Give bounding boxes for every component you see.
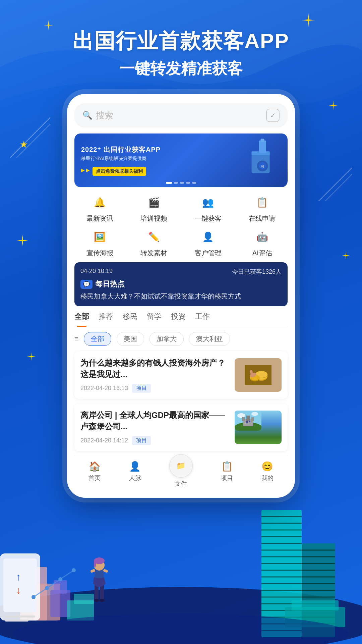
share-icon: ✏️	[145, 228, 163, 246]
hot-bar[interactable]: 04-20 10:19 今日已获客1326人 💬 每日热点 移民加拿大大难？不如…	[74, 262, 288, 306]
banner-subtitle: 移民行业AI系统解决方案提供商	[81, 156, 161, 162]
nav-label-files: 文件	[175, 480, 187, 488]
filter-list-icon: ≡	[74, 335, 78, 343]
search-input[interactable]: 搜索	[96, 110, 266, 121]
svg-rect-79	[100, 584, 104, 600]
nav-label-home: 首页	[88, 474, 101, 482]
header-title-line1: 出国行业首款获客APP	[0, 27, 362, 55]
svg-rect-64	[285, 607, 345, 627]
svg-text:↓: ↓	[16, 585, 21, 596]
news-date-2: 2022-04-20 14:12	[80, 437, 128, 444]
svg-rect-73	[3, 558, 37, 612]
filter-us[interactable]: 美国	[117, 332, 144, 346]
svg-rect-51	[302, 543, 335, 637]
svg-line-0	[10, 117, 50, 158]
star-5	[17, 235, 28, 246]
news-card-2[interactable]: 离岸公司 | 全球人均GDP最高的国家——卢森堡公司... 2022-04-20…	[74, 404, 288, 451]
menu-row-1: 🔔 最新资讯 🎬 培训视频 👥 一键获客 📋 在线申请	[74, 193, 288, 223]
poster-icon: 🖼️	[91, 228, 109, 246]
banner-dot-2[interactable]	[174, 182, 178, 184]
menu-label-poster: 宣传海报	[86, 249, 113, 258]
filter-row: ≡ 全部 美国 加拿大 澳大利亚	[74, 332, 288, 346]
filter-all[interactable]: 全部	[84, 332, 111, 346]
svg-rect-7	[261, 139, 264, 142]
svg-point-87	[99, 599, 105, 602]
hot-bar-count: 今日已获客1326人	[232, 268, 282, 276]
svg-rect-82	[103, 569, 108, 573]
menu-item-acquire[interactable]: 👥 一键获客	[183, 193, 234, 223]
menu-item-ai[interactable]: 🤖 AI评估	[237, 228, 288, 258]
svg-point-91	[58, 577, 62, 581]
search-bar[interactable]: 🔍 搜索 ✓	[74, 103, 288, 127]
svg-text:↑: ↑	[16, 571, 21, 582]
nav-label-profile: 我的	[261, 474, 274, 482]
menu-item-news[interactable]: 🔔 最新资讯	[74, 193, 125, 223]
tab-work[interactable]: 工作	[195, 312, 210, 324]
search-action-button[interactable]: ✓	[266, 109, 280, 122]
phone-mockup: 🔍 搜索 ✓ 2022⁺ 出国行业获客APP 移民行业AI系统解决方案提供商 ▶…	[67, 94, 295, 498]
svg-point-86	[94, 599, 99, 602]
svg-rect-66	[20, 567, 47, 621]
svg-point-30	[0, 587, 362, 644]
menu-item-apply[interactable]: 📋 在线申请	[237, 193, 288, 223]
chat-icon: 💬	[80, 280, 93, 289]
news-meta-1: 2022-04-20 16:13 项目	[80, 384, 230, 393]
svg-rect-70	[67, 600, 94, 621]
svg-rect-76	[5, 615, 35, 618]
filter-canada[interactable]: 加拿大	[149, 332, 184, 346]
svg-point-93	[13, 614, 349, 644]
header-title-line2: 一键转发精准获客	[0, 58, 362, 79]
menu-row-2: 🖼️ 宣传海报 ✏️ 转发素材 👤 客户管理 🤖 AI评估	[74, 228, 288, 258]
banner-dot-1[interactable]	[166, 182, 172, 184]
svg-rect-78	[95, 584, 99, 600]
svg-rect-72	[0, 553, 40, 621]
banner-dot-3[interactable]	[180, 182, 184, 184]
svg-rect-71	[74, 594, 94, 604]
nav-profile[interactable]: 😊 我的	[261, 461, 274, 488]
video-icon: 🎬	[145, 193, 163, 211]
banner-dot-5[interactable]	[192, 182, 196, 184]
hot-bar-date: 04-20 10:19	[80, 268, 113, 276]
news-meta-2: 2022-04-20 14:12 项目	[80, 436, 230, 445]
svg-point-83	[94, 560, 105, 571]
menu-item-poster[interactable]: 🖼️ 宣传海报	[74, 228, 125, 258]
tab-recommend[interactable]: 推荐	[99, 312, 113, 324]
tab-immigration[interactable]: 移民	[123, 312, 137, 324]
nav-center-button[interactable]: 📁	[169, 454, 193, 478]
menu-label-video: 培训视频	[140, 214, 167, 223]
contacts-icon: 👤	[129, 461, 141, 472]
banner-dots	[166, 182, 196, 184]
nav-files[interactable]: 📁 文件	[169, 461, 193, 488]
hot-bar-header: 04-20 10:19 今日已获客1326人	[80, 268, 282, 276]
news-card-1[interactable]: 为什么越来越多的有钱人投资海外房产？这是我见过... 2022-04-20 16…	[74, 351, 288, 399]
svg-rect-27	[246, 416, 250, 421]
filter-australia[interactable]: 澳大利亚	[189, 332, 230, 346]
nav-projects[interactable]: 📋 项目	[221, 461, 233, 488]
clients-icon: 👤	[199, 228, 217, 246]
menu-item-share[interactable]: ✏️ 转发素材	[129, 228, 180, 258]
tab-study[interactable]: 留学	[147, 312, 162, 324]
phone-screen: 🔍 搜索 ✓ 2022⁺ 出国行业获客APP 移民行业AI系统解决方案提供商 ▶…	[67, 94, 295, 498]
banner-cta[interactable]: 点击免费领取相关福利	[93, 167, 146, 176]
nav-contacts[interactable]: 👤 人脉	[129, 461, 141, 488]
menu-item-clients[interactable]: 👤 客户管理	[183, 228, 234, 258]
tab-all[interactable]: 全部	[74, 312, 89, 324]
menu-item-video[interactable]: 🎬 培训视频	[129, 193, 180, 223]
nav-home[interactable]: 🏠 首页	[88, 461, 101, 488]
banner[interactable]: 2022⁺ 出国行业获客APP 移民行业AI系统解决方案提供商 ▶ ▶ 点击免费…	[74, 133, 288, 187]
profile-icon: 😊	[261, 461, 273, 472]
projects-icon: 📋	[221, 461, 233, 472]
svg-rect-25	[242, 417, 245, 421]
svg-text:AI: AI	[261, 164, 264, 168]
tab-invest[interactable]: 投资	[171, 312, 186, 324]
svg-rect-28	[246, 421, 248, 423]
menu-label-ai: AI评估	[252, 249, 272, 258]
svg-point-92	[72, 568, 76, 572]
svg-rect-77	[5, 620, 28, 622]
banner-dot-4[interactable]	[186, 182, 190, 184]
svg-rect-6	[259, 141, 266, 153]
svg-rect-67	[34, 584, 60, 621]
news-title-2: 离岸公司 | 全球人均GDP最高的国家——卢森堡公司...	[80, 410, 230, 432]
hot-bar-content: 移民加拿大大难？不如试试不靠投资靠才华的移民方式	[80, 292, 282, 301]
svg-rect-29	[249, 421, 250, 422]
